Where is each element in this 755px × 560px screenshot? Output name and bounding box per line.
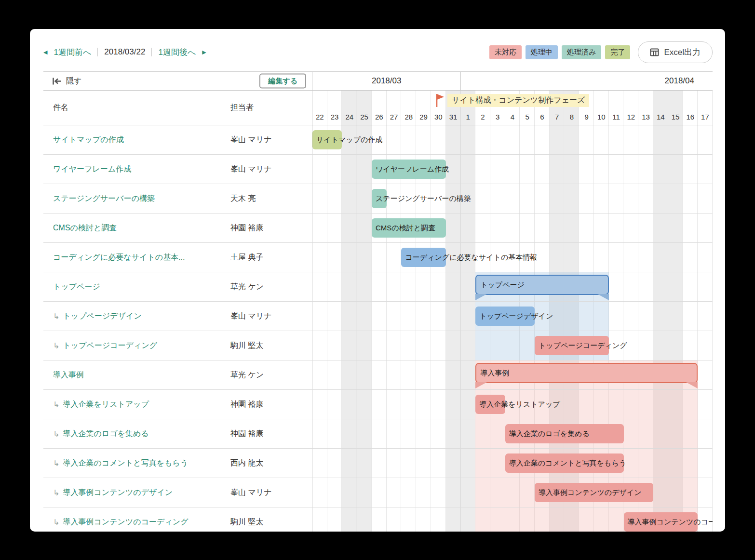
left-pane-columns: 件名 担当者 — [43, 91, 312, 125]
day-column — [312, 390, 327, 419]
day-column — [327, 390, 342, 419]
day-column — [490, 125, 505, 154]
day-column — [475, 155, 490, 184]
day-number: 14 — [653, 108, 668, 125]
gantt-row-chart: 導入事例 — [312, 360, 713, 389]
day-column — [638, 272, 653, 301]
gantt-row: ↳導入企業のコメントと写真をもらう西内 龍太導入企業のコメントと写真をもらう — [43, 449, 713, 478]
prev-week-link[interactable]: 1週間前へ — [54, 47, 91, 58]
excel-export-button[interactable]: Excel出力 — [638, 41, 713, 63]
gantt-bar[interactable]: CMSの検討と調査 — [372, 218, 446, 238]
day-column — [372, 507, 387, 532]
gantt-bar-label: 導入事例 — [480, 369, 509, 378]
day-number: 24 — [342, 108, 357, 125]
gantt-bar[interactable]: コーディングに必要なサイトの基本情報 — [401, 248, 445, 267]
task-subject-link[interactable]: コーディングに必要なサイトの基本... — [53, 253, 185, 263]
weekend-column — [653, 331, 668, 360]
day-column — [387, 478, 402, 507]
day-column — [312, 360, 327, 389]
day-column — [623, 125, 638, 154]
task-subject-link[interactable]: CMSの検討と調査 — [53, 223, 117, 233]
gantt-table: 隠す 編集する 2018/03 2018/04 件名 担当者 — [43, 71, 713, 532]
weekend-column — [460, 478, 475, 507]
gantt-bar[interactable]: 導入企業をリストアップ — [475, 395, 505, 414]
nav-divider — [151, 48, 152, 56]
subtask-arrow-icon: ↳ — [53, 341, 59, 350]
day-column — [387, 243, 402, 272]
day-column — [372, 302, 387, 331]
day-column — [401, 125, 416, 154]
day-column — [312, 507, 327, 532]
day-column — [683, 184, 698, 213]
task-subject-link[interactable]: 導入事例 — [53, 370, 84, 380]
day-column — [683, 272, 698, 301]
parent-gantt-bar[interactable]: 導入事例 — [475, 363, 698, 383]
task-subject-link[interactable]: 導入企業のコメントと写真をもらう — [63, 458, 188, 468]
subject-cell: ステージングサーバーの構築 — [53, 194, 155, 204]
gantt-row: ↳導入企業をリストアップ神園 裕康導入企業をリストアップ — [43, 390, 713, 419]
gantt-bar[interactable]: ワイヤーフレーム作成 — [372, 160, 446, 179]
weekend-column — [564, 184, 579, 213]
weekend-column — [460, 213, 475, 242]
task-subject-link[interactable]: 導入事例コンテンツのコーディング — [63, 517, 188, 527]
day-column — [698, 360, 713, 389]
day-column — [431, 125, 446, 154]
task-subject-link[interactable]: トップページ — [53, 282, 100, 292]
day-column — [638, 302, 653, 331]
weekend-column — [653, 272, 668, 301]
gantt-row: 導入事例草光 ケン導入事例 — [43, 360, 713, 390]
gantt-bar[interactable]: トップページコーディング — [535, 336, 609, 355]
weekend-column — [668, 125, 683, 154]
edit-button[interactable]: 編集する — [259, 74, 306, 89]
status-legend: 未対応処理中処理済み完了 — [489, 45, 630, 59]
day-column — [416, 449, 431, 478]
left-pane-header: 隠す 編集する — [43, 72, 312, 90]
gantt-bar-label: 導入事例コンテンツのデザイン — [539, 488, 642, 497]
gantt-row: ↳導入事例コンテンツのデザイン峯山 マリナ導入事例コンテンツのデザイン — [43, 478, 713, 507]
gantt-bar[interactable]: 導入事例コンテンツのデザイン — [535, 483, 653, 502]
weekend-column — [653, 302, 668, 331]
day-column — [623, 155, 638, 184]
gantt-row-chart: ステージングサーバーの構築 — [312, 184, 713, 213]
task-subject-link[interactable]: 導入事例コンテンツのデザイン — [63, 488, 173, 498]
gantt-row-chart: コーディングに必要なサイトの基本情報 — [312, 243, 713, 272]
day-column — [387, 390, 402, 419]
gantt-bar[interactable]: ステージングサーバーの構築 — [372, 189, 387, 208]
task-subject-link[interactable]: ステージングサーバーの構築 — [53, 194, 155, 204]
current-date-label: 2018/03/22 — [104, 47, 145, 57]
task-subject-link[interactable]: サイトマップの作成 — [53, 135, 124, 145]
gantt-bar[interactable]: 導入事例コンテンツのコーディング — [624, 512, 698, 532]
day-number: 9 — [579, 108, 594, 125]
weekend-column — [460, 155, 475, 184]
day-column — [327, 272, 342, 301]
hide-pane-button[interactable]: 隠す — [52, 76, 81, 86]
day-column — [431, 507, 446, 532]
subtask-arrow-icon: ↳ — [53, 400, 59, 409]
day-column — [520, 184, 535, 213]
subject-cell: 導入事例 — [53, 370, 84, 380]
parent-gantt-bar[interactable]: トップページ — [475, 275, 609, 295]
subtask-arrow-icon: ↳ — [53, 429, 59, 439]
gantt-bar[interactable]: 導入企業のコメントと写真をもらう — [505, 453, 624, 473]
task-subject-link[interactable]: トップページデザイン — [63, 311, 141, 321]
gantt-bar[interactable]: 導入企業のロゴを集める — [505, 424, 624, 443]
gantt-bar[interactable]: サイトマップの作成 — [312, 130, 342, 149]
weekend-column — [357, 243, 372, 272]
next-week-link[interactable]: 1週間後へ — [158, 47, 196, 58]
task-subject-link[interactable]: ワイヤーフレーム作成 — [53, 164, 131, 174]
next-week-arrow-icon[interactable]: ▶ — [202, 50, 206, 55]
prev-week-arrow-icon[interactable]: ◀ — [43, 50, 47, 55]
task-subject-link[interactable]: 導入企業をリストアップ — [63, 400, 149, 410]
day-number: 23 — [327, 108, 342, 125]
milestone-flag-icon — [435, 93, 445, 107]
milestone-marker[interactable]: サイト構成・コンテンツ制作フェーズ — [435, 93, 589, 107]
gantt-row-chart: 導入企業のロゴを集める — [312, 419, 713, 448]
day-column — [401, 390, 416, 419]
gantt-bar[interactable]: トップページデザイン — [475, 307, 535, 326]
day-column — [698, 331, 713, 360]
weekend-column — [653, 184, 668, 213]
task-subject-link[interactable]: トップページコーディング — [63, 341, 157, 351]
gantt-row: ↳導入企業のロゴを集める神園 裕康導入企業のロゴを集める — [43, 419, 713, 449]
day-column — [490, 213, 505, 242]
task-subject-link[interactable]: 導入企業のロゴを集める — [63, 429, 148, 439]
